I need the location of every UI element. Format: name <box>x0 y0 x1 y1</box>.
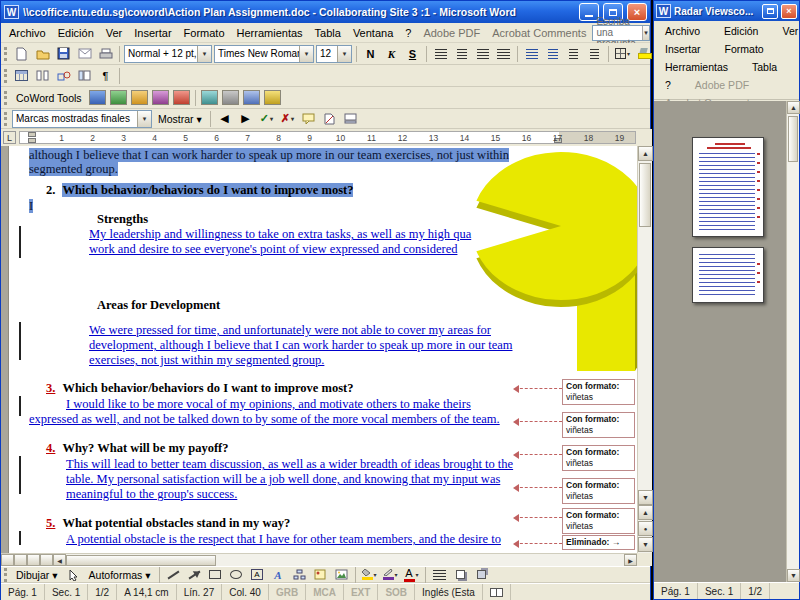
question-4-heading[interactable]: 4.Why? What will be my payoff? <box>46 441 228 456</box>
menu-herramientas[interactable]: Herramientas <box>231 25 309 41</box>
insert-table-icon[interactable] <box>12 67 31 85</box>
radar-restore-button[interactable] <box>762 4 778 19</box>
chevron-down-icon[interactable]: ▾ <box>197 46 211 62</box>
body-text-line[interactable]: A potential obstacle is the respect that… <box>66 532 501 547</box>
show-paragraph-marks-icon[interactable]: ¶ <box>96 67 115 85</box>
outline-view-icon[interactable] <box>40 554 53 566</box>
coword-tool-icon[interactable] <box>130 89 149 107</box>
wordart-icon[interactable]: A <box>269 567 288 582</box>
numbered-list-icon[interactable] <box>522 45 541 63</box>
body-text-line[interactable]: work and desire to see everyone's point … <box>89 242 457 257</box>
toolbar-grip[interactable] <box>4 69 7 83</box>
insert-comment-icon[interactable] <box>299 110 318 128</box>
scrollbar-thumb[interactable] <box>788 116 798 162</box>
menu-edicion[interactable]: Edición <box>52 25 100 41</box>
track-changes-icon[interactable] <box>320 110 339 128</box>
document-page[interactable]: although I believe that I can work harde… <box>1 146 637 553</box>
selected-text-line[interactable]: although I believe that I can work harde… <box>29 148 509 163</box>
ask-question-box[interactable]: Escriba una pregunta ▾ <box>592 25 649 41</box>
arrow-tool-icon[interactable] <box>185 567 204 582</box>
question-3-heading[interactable]: 3.Which behavior/behaviors do I want to … <box>46 381 353 396</box>
deleted-change-callout[interactable]: Eliminado: → <box>562 535 635 550</box>
body-text-line[interactable]: development, although I believe that I c… <box>89 338 512 353</box>
drawing-toolbar-icon[interactable] <box>54 67 73 85</box>
align-center-icon[interactable] <box>452 45 471 63</box>
coword-tool-icon[interactable] <box>88 89 107 107</box>
yellow-3d-pie-shape[interactable] <box>469 146 637 378</box>
body-text-line[interactable]: My leadership and willingness to take on… <box>89 227 471 242</box>
toolbar-grip[interactable] <box>4 91 7 105</box>
toolbar-grip[interactable] <box>4 112 7 126</box>
style-dropdown[interactable]: Normal + 12 pt, ▾ <box>124 45 212 63</box>
save-icon[interactable] <box>54 45 73 63</box>
body-text-line[interactable]: We were pressed for time, and unfortunat… <box>89 323 491 338</box>
horizontal-ruler[interactable]: L 1 2 3 4 5 6 7 8 9 10 11 12 13 14 15 <box>1 129 652 146</box>
tracked-change-callout[interactable]: Con formato:viñetas <box>562 478 635 504</box>
tab-selector[interactable]: L <box>3 131 16 144</box>
radar-menu-tabla[interactable]: Tabla <box>746 59 783 75</box>
body-text-line[interactable]: table. My personal satisfaction will be … <box>66 472 500 487</box>
3d-style-icon[interactable] <box>472 567 491 582</box>
borders-icon[interactable]: ▾ <box>613 45 632 63</box>
menu-archivo[interactable]: Archivo <box>3 25 52 41</box>
radar-menu-archivo[interactable]: Archivo <box>659 23 706 39</box>
radar-close-button[interactable]: × <box>781 4 797 19</box>
next-page-icon[interactable]: ▼ <box>638 537 653 552</box>
radar-menu-herramientas[interactable]: Herramientas <box>659 59 734 75</box>
menu-ayuda[interactable]: ? <box>399 25 417 41</box>
status-flag-sob[interactable]: SOB <box>378 584 415 600</box>
body-text-line[interactable]: This will lead to better team discussion… <box>66 457 513 472</box>
selected-text-line[interactable]: I <box>29 199 33 214</box>
open-icon[interactable] <box>33 45 52 63</box>
toolbar-grip[interactable] <box>4 568 7 582</box>
radar-menu-formato[interactable]: Formato <box>719 41 770 57</box>
coword-tool-icon[interactable] <box>263 89 282 107</box>
coword-tool-icon[interactable] <box>200 89 219 107</box>
scroll-up-icon[interactable]: ▲ <box>638 146 653 161</box>
scrollbar-thumb[interactable] <box>66 555 216 566</box>
tracked-change-callout[interactable]: Con formato:viñetas <box>562 379 635 405</box>
menu-formato[interactable]: Formato <box>178 25 231 41</box>
menu-ver[interactable]: Ver <box>100 25 129 41</box>
line-tool-icon[interactable] <box>164 567 183 582</box>
reject-change-icon[interactable]: ✗▾ <box>278 110 297 128</box>
accept-change-icon[interactable]: ✓▾ <box>257 110 276 128</box>
radar-menu-adobe-pdf[interactable]: Adobe PDF <box>689 77 755 93</box>
font-size-dropdown[interactable]: 12 ▾ <box>316 45 352 63</box>
chevron-down-icon[interactable]: ▾ <box>642 26 649 40</box>
shadow-style-icon[interactable] <box>451 567 470 582</box>
select-browse-object-icon[interactable]: ● <box>638 521 653 536</box>
underline-button[interactable]: S <box>403 45 422 63</box>
bold-button[interactable]: N <box>361 45 380 63</box>
menu-insertar[interactable]: Insertar <box>128 25 177 41</box>
dibujar-menu-button[interactable]: Dibujar▾ <box>12 566 62 584</box>
status-flag-grb[interactable]: GRB <box>269 584 306 600</box>
radar-menu-ventana[interactable]: Ventana <box>795 59 800 75</box>
menu-acrobat-comments[interactable]: Acrobat Comments <box>486 25 592 41</box>
align-right-icon[interactable] <box>473 45 492 63</box>
coword-tool-icon[interactable] <box>172 89 191 107</box>
font-color-icon[interactable]: A▾ <box>402 567 421 582</box>
scroll-right-icon[interactable]: ▶ <box>624 554 637 566</box>
scrollbar-thumb[interactable] <box>639 163 651 227</box>
vertical-scrollbar[interactable]: ▲ ▼ ▲ ● ▼ <box>637 146 652 553</box>
radar-menu-insertar[interactable]: Insertar <box>659 41 707 57</box>
coword-tool-icon[interactable] <box>151 89 170 107</box>
fill-color-icon[interactable]: ▾ <box>360 567 379 582</box>
page-thumbnail-2[interactable] <box>692 247 764 303</box>
scroll-down-icon[interactable]: ▼ <box>638 490 653 505</box>
page-thumbnail-1[interactable] <box>692 137 764 237</box>
radar-menu-edicion[interactable]: Edición <box>718 23 764 39</box>
question-2-heading[interactable]: 2.Which behavior/behaviors do I want to … <box>46 183 353 198</box>
tracked-change-callout[interactable]: Con formato:viñetas <box>562 508 635 534</box>
toolbar-grip[interactable] <box>4 47 7 61</box>
line-color-icon[interactable]: ▾ <box>381 567 400 582</box>
rectangle-tool-icon[interactable] <box>206 567 225 582</box>
body-text-line[interactable]: meaningful to the group's success. <box>66 487 237 502</box>
print-icon[interactable] <box>96 45 115 63</box>
radar-vertical-scrollbar[interactable]: ▲ ▼ <box>786 101 799 582</box>
selected-text-line[interactable]: segmented group. <box>29 162 118 177</box>
previous-change-icon[interactable]: ◀ <box>215 110 234 128</box>
coword-tool-icon[interactable] <box>109 89 128 107</box>
body-text-line[interactable]: I would like to be more vocal of my opin… <box>66 397 471 412</box>
